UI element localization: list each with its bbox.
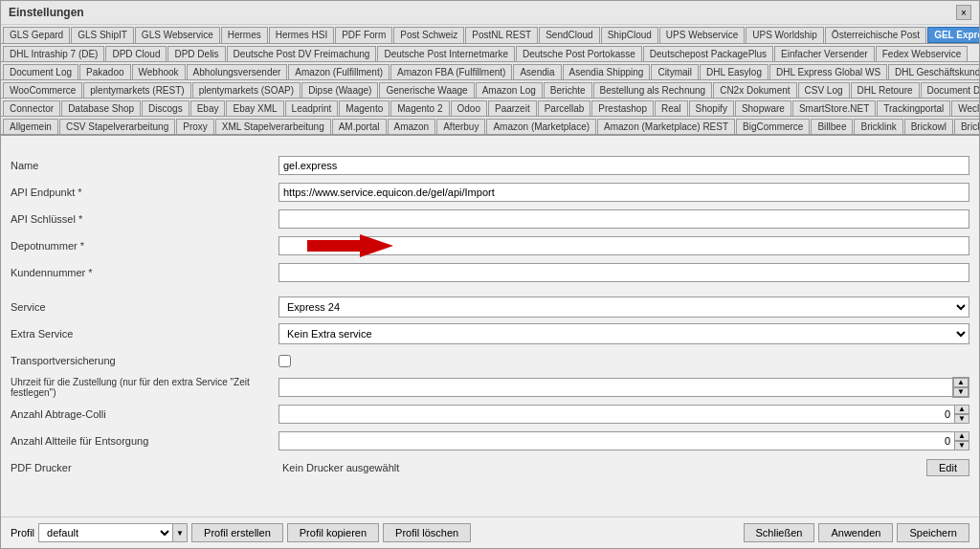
tab-asendia-shipping[interactable]: Asendia Shipping <box>563 64 651 79</box>
tab-parcellab[interactable]: Parcellab <box>538 100 591 116</box>
tab-amazon-(marketplace)-rest[interactable]: Amazon (Marketplace) REST <box>597 119 735 134</box>
tab-xml-stapelverarbeitung[interactable]: XML Stapelverarbeitung <box>215 119 331 134</box>
tab-hermes[interactable]: Hermes <box>221 27 268 43</box>
tab-billbee[interactable]: Billbee <box>811 119 853 134</box>
tab-magento-2[interactable]: Magento 2 <box>390 100 449 116</box>
tab-real[interactable]: Real <box>655 100 688 116</box>
tab-ebay-xml[interactable]: Ebay XML <box>226 100 283 116</box>
tab-bigcommerce[interactable]: BigCommerce <box>736 119 810 134</box>
tab-amazon-log[interactable]: Amazon Log <box>476 82 543 98</box>
tab-ups-webservice[interactable]: UPS Webservice <box>659 27 745 43</box>
depot-input[interactable] <box>278 236 969 255</box>
tab-odoo[interactable]: Odoo <box>451 100 487 116</box>
tab-paarzeit[interactable]: Paarzeit <box>488 100 537 116</box>
tab-prestashop[interactable]: Prestashop <box>591 100 654 116</box>
tab-smartstore.net[interactable]: SmartStore.NET <box>792 100 876 116</box>
tab-amazon[interactable]: Amazon <box>388 119 436 134</box>
tab-weclapp[interactable]: Weclapp <box>951 100 979 116</box>
tab-shopware[interactable]: Shopware <box>735 100 791 116</box>
tab-dhl-intraship-7-(de)[interactable]: DHL Intraship 7 (DE) <box>3 46 104 61</box>
transport-checkbox[interactable] <box>278 355 291 367</box>
tab-generische-waage[interactable]: Generische Waage <box>379 82 474 98</box>
tab-dhl-geschäftskundenversand[interactable]: DHL Geschäftskundenversand <box>888 64 979 79</box>
tab-österreichische-post[interactable]: Österreichische Post <box>825 27 926 43</box>
tab-gls-gepard[interactable]: GLS Gepard <box>3 27 70 43</box>
tab-document-log[interactable]: Document Log <box>3 64 78 79</box>
api-endpoint-input[interactable] <box>278 183 969 202</box>
tab-gls-webservice[interactable]: GLS Webservice <box>135 27 220 43</box>
apply-button[interactable]: Anwenden <box>818 523 893 542</box>
tab-abholungsversender[interactable]: Abholungsversender <box>187 64 288 79</box>
tab-proxy[interactable]: Proxy <box>176 119 214 134</box>
tab-discogs[interactable]: Discogs <box>142 100 189 116</box>
tab-dpd-cloud[interactable]: DPD Cloud <box>105 46 167 61</box>
tab-sendcloud[interactable]: SendCloud <box>539 27 599 43</box>
tab-dpd-delis[interactable]: DPD Delis <box>167 46 225 61</box>
close-window-button[interactable]: × <box>956 5 971 20</box>
tab-deutsche-post-portokasse[interactable]: Deutsche Post Portokasse <box>516 46 642 61</box>
api-key-input[interactable] <box>278 209 969 229</box>
tab-shopify[interactable]: Shopify <box>689 100 734 116</box>
tab-amazon-(fulfillment)[interactable]: Amazon (Fulfillment) <box>288 64 390 79</box>
tab-ebay[interactable]: Ebay <box>190 100 226 116</box>
tab-post-schweiz[interactable]: Post Schweiz <box>393 27 464 43</box>
tab-leadprint[interactable]: Leadprint <box>285 100 339 116</box>
close-button[interactable]: Schließen <box>744 523 815 542</box>
tab-dipse-(waage)[interactable]: Dipse (Waage) <box>301 82 378 98</box>
delete-profile-button[interactable]: Profil löschen <box>383 523 471 542</box>
time-down-button[interactable]: ▼ <box>953 387 969 397</box>
tab-deutschepost-packageplus[interactable]: Deutschepost PackagePlus <box>643 46 773 61</box>
tab-magento[interactable]: Magento <box>339 100 390 116</box>
tab-einfacher-versender[interactable]: Einfacher Versender <box>774 46 875 61</box>
tab-amazon-fba-(fulfillment)[interactable]: Amazon FBA (Fulfillment) <box>390 64 512 79</box>
profile-dropdown-icon[interactable]: ▼ <box>172 523 188 542</box>
abtrage-input[interactable] <box>278 405 954 424</box>
tab-hermes-hsi[interactable]: Hermes HSI <box>269 27 334 43</box>
tab-asendia[interactable]: Asendia <box>513 64 561 79</box>
pdf-edit-button[interactable]: Edit <box>926 459 969 476</box>
profile-select[interactable]: default <box>38 523 172 542</box>
tab-plentymarkets-(rest)[interactable]: plentymarkets (REST) <box>83 82 190 98</box>
tab-plentymarkets-(soap)[interactable]: plentymarkets (SOAP) <box>192 82 301 98</box>
tab-bricklink[interactable]: Bricklink <box>854 119 902 134</box>
tab-gls-shipit[interactable]: GLS ShipIT <box>71 27 134 43</box>
altteile-input[interactable] <box>278 431 954 450</box>
copy-profile-button[interactable]: Profil kopieren <box>287 523 379 542</box>
tab-dhl-retoure[interactable]: DHL Retoure <box>851 82 920 98</box>
tab-fedex-webservice[interactable]: Fedex Webservice <box>876 46 969 61</box>
service-select[interactable]: Express 24 Express 12 Express 10 Express… <box>278 296 969 318</box>
tab-database-shop[interactable]: Database Shop <box>61 100 141 116</box>
tab-bestellung-als-rechnung[interactable]: Bestellung als Rechnung <box>593 82 713 98</box>
name-input[interactable] <box>278 156 969 175</box>
tab-dhl-easylog[interactable]: DHL Easylog <box>700 64 768 79</box>
tab-cn2x-dokument[interactable]: CN2x Dokument <box>713 82 796 98</box>
tab-connector[interactable]: Connector <box>3 100 60 116</box>
tab-shipcloud[interactable]: ShipCloud <box>601 27 658 43</box>
tab-woocommerce[interactable]: WooCommerce <box>3 82 82 98</box>
create-profile-button[interactable]: Profil erstellen <box>191 523 283 542</box>
tab-berichte[interactable]: Berichte <box>544 82 592 98</box>
altteile-down-button[interactable]: ▼ <box>954 441 969 450</box>
tab-csv-log[interactable]: CSV Log <box>798 82 850 98</box>
tab-csv-stapelverarbeitung[interactable]: CSV Stapelverarbeitung <box>59 119 175 134</box>
time-input[interactable] <box>278 378 952 397</box>
tab-brickscout[interactable]: Brickscout <box>954 119 979 134</box>
tab-ups-worldship[interactable]: UPS Worldship <box>746 27 824 43</box>
tab-afterbuy[interactable]: Afterbuy <box>436 119 485 134</box>
tab-amazon-(marketplace)[interactable]: Amazon (Marketplace) <box>486 119 596 134</box>
extra-service-select[interactable]: Kein Extra service Zeitfenster Samstagsz… <box>278 323 969 344</box>
tab-am.portal[interactable]: AM.portal <box>332 119 387 134</box>
tab-dhl-express-global-ws[interactable]: DHL Express Global WS <box>769 64 887 79</box>
tab-pdf-form[interactable]: PDF Form <box>335 27 392 43</box>
altteile-up-button[interactable]: ▲ <box>954 431 969 441</box>
tab-citymail[interactable]: Citymail <box>651 64 699 79</box>
save-button[interactable]: Speichern <box>897 523 969 542</box>
tab-pakadoo[interactable]: Pakadoo <box>79 64 130 79</box>
tab-document-downloader[interactable]: Document Downloader <box>921 82 979 98</box>
tab-trackingportal[interactable]: Trackingportal <box>877 100 950 116</box>
time-up-button[interactable]: ▲ <box>953 378 969 387</box>
tab-webhook[interactable]: Webhook <box>132 64 186 79</box>
customer-input[interactable] <box>278 263 969 282</box>
abtrage-up-button[interactable]: ▲ <box>954 405 969 414</box>
tab-deutsche-post-dv-freimachung[interactable]: Deutsche Post DV Freimachung <box>227 46 377 61</box>
